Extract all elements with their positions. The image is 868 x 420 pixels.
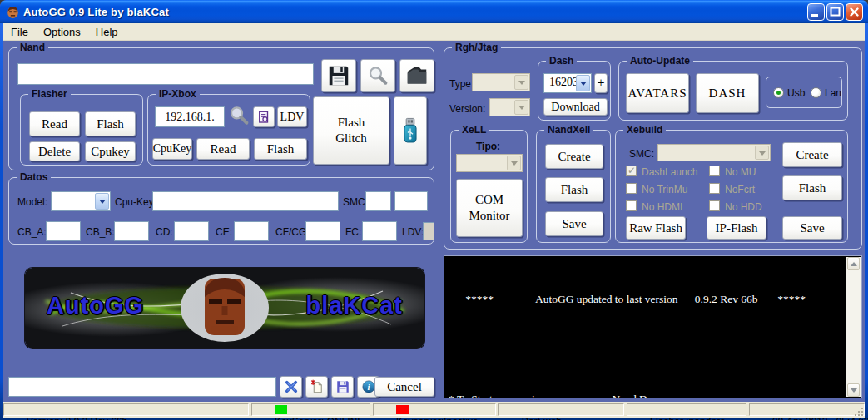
nofcrt-checkbox-label[interactable]: NoFcrt	[725, 184, 755, 195]
menu-help[interactable]: Help	[88, 25, 126, 39]
xebuild-save-button[interactable]: Save	[782, 216, 842, 240]
ip-address-input[interactable]	[155, 106, 225, 127]
dash-add-button[interactable]: +	[594, 73, 608, 93]
flasher-delete-button[interactable]: Delete	[29, 141, 80, 161]
maximize-icon	[827, 4, 843, 20]
client-area: Nand	[3, 41, 865, 402]
ldv-field	[423, 222, 434, 240]
ip-flash-xebuild-button[interactable]: IP-Flash	[707, 216, 766, 240]
no-hdmi-checkbox[interactable]	[626, 200, 637, 211]
nandxell-flash-button[interactable]: Flash	[545, 177, 603, 202]
console-scrollbar[interactable]	[846, 257, 861, 397]
minimize-button[interactable]	[807, 3, 825, 21]
flasher-cpukey-button[interactable]: Cpukey	[85, 141, 136, 161]
nofcrt-checkbox[interactable]	[709, 183, 720, 194]
chevron-down-icon[interactable]	[95, 193, 109, 210]
xebuild-create-button[interactable]: Create	[782, 142, 842, 167]
ip-cpukey-button[interactable]: CpuKey	[152, 138, 192, 160]
save-nand-button[interactable]	[321, 59, 356, 92]
delete-log-button[interactable]	[305, 376, 328, 398]
ip-log-button[interactable]	[253, 106, 275, 127]
cb-a-input[interactable]	[46, 221, 81, 241]
cb-b-input[interactable]	[114, 221, 149, 241]
nand-path-input[interactable]	[17, 63, 314, 85]
progress-field[interactable]	[8, 377, 276, 397]
chevron-down-icon[interactable]	[576, 75, 590, 91]
flasher-flash-button[interactable]: Flash	[85, 111, 136, 136]
fc-label: FC:	[345, 226, 361, 238]
flash-glitch-button[interactable]: Flash Glitch	[313, 96, 389, 165]
ldv-button[interactable]: LDV	[277, 106, 307, 127]
download-button[interactable]: Download	[543, 98, 608, 116]
search-nand-button[interactable]	[360, 59, 395, 92]
status-version: Version: 0.9.2 Rev 66b	[3, 403, 249, 416]
cpu-key-input[interactable]	[152, 191, 339, 211]
app-icon	[6, 5, 20, 19]
ldv-label: LDV:	[402, 226, 424, 238]
no-hdmi-checkbox-label[interactable]: No HDMI	[642, 201, 682, 213]
online-status-swatch	[275, 405, 287, 414]
xebuild-flash-button[interactable]: Flash	[782, 175, 842, 200]
menu-options[interactable]: Options	[36, 25, 88, 39]
nandxell-save-button[interactable]: Save	[545, 211, 603, 236]
status-datetime: 08-Apr-2013 05:47:36	[749, 403, 865, 416]
no-hdd-checkbox-label[interactable]: No HDD	[725, 201, 762, 213]
raw-flash-button[interactable]: Raw Flash	[626, 216, 686, 240]
smc-value-input[interactable]	[365, 191, 391, 211]
window-controls	[807, 3, 863, 21]
fc-input[interactable]	[362, 221, 397, 241]
ip-read-button[interactable]: Read	[196, 138, 250, 160]
scroll-down-icon[interactable]	[847, 383, 860, 397]
cd-input[interactable]	[174, 221, 209, 241]
no-mu-checkbox[interactable]	[709, 166, 720, 176]
no-trinmu-checkbox-label[interactable]: No TrinMu	[642, 184, 687, 195]
ip-search-button[interactable]	[226, 103, 251, 128]
dashlaunch-checkbox[interactable]	[626, 166, 637, 176]
close-button[interactable]	[846, 3, 863, 21]
chevron-down-icon	[514, 75, 528, 90]
ip-flash-button[interactable]: Flash	[254, 138, 307, 160]
dashlaunch-checkbox-label[interactable]: DashLaunch	[642, 166, 697, 178]
tipo-label: Tipo:	[476, 141, 500, 152]
flasher-read-button[interactable]: Read	[29, 111, 80, 136]
blue-x-icon	[284, 379, 299, 394]
status-flasher: Flasher :nandpro	[627, 403, 746, 416]
open-folder-button[interactable]	[399, 59, 434, 92]
no-hdd-checkbox[interactable]	[709, 200, 720, 211]
resize-grip[interactable]	[853, 406, 864, 417]
no-trinmu-checkbox[interactable]	[626, 183, 637, 194]
floppy-icon	[326, 63, 351, 88]
type-combobox	[472, 73, 530, 91]
maximize-button[interactable]	[826, 3, 844, 21]
lan-radio[interactable]	[811, 87, 821, 98]
no-mu-checkbox-label[interactable]: No MU	[725, 166, 756, 178]
magnifier-icon	[226, 103, 251, 128]
cancel-button[interactable]: Cancel	[374, 377, 434, 397]
usb-radio-label[interactable]: Usb	[787, 87, 805, 99]
save-log-button[interactable]	[331, 376, 354, 398]
usb-stick-icon	[398, 116, 423, 145]
avatars-button[interactable]: AVATARS	[626, 73, 689, 113]
dash-version-combobox[interactable]: 16203	[543, 73, 592, 93]
xell-group: XeLL Tipo: COM Monitor	[450, 130, 528, 243]
cf-cg-input[interactable]	[305, 221, 340, 241]
console-log[interactable]: ***** AutoGG updated to last version 0.9…	[444, 255, 862, 398]
folder-icon	[404, 63, 429, 88]
com-monitor-button[interactable]: COM Monitor	[456, 179, 523, 237]
menu-file[interactable]: File	[3, 25, 36, 39]
ce-label: CE:	[216, 226, 232, 238]
usb-radio[interactable]	[773, 87, 784, 98]
usb-dumper-button[interactable]	[394, 96, 427, 165]
clear-button[interactable]	[280, 376, 302, 398]
lan-radio-label[interactable]: Lan	[825, 87, 841, 99]
scroll-up-icon[interactable]	[847, 257, 860, 270]
auto-update-dash-button[interactable]: DASH	[696, 73, 759, 113]
smc-version-input[interactable]	[394, 191, 428, 211]
auto-update-group-title: Auto-Update	[627, 55, 693, 67]
version-label: Version:	[449, 103, 485, 115]
model-combobox[interactable]	[51, 191, 111, 211]
nandxell-create-button[interactable]: Create	[545, 144, 603, 169]
ce-input[interactable]	[234, 221, 269, 241]
svg-text:i: i	[367, 383, 370, 392]
title-bar[interactable]: AutoGG 0.9 Lite by blaKCat	[0, 0, 868, 23]
